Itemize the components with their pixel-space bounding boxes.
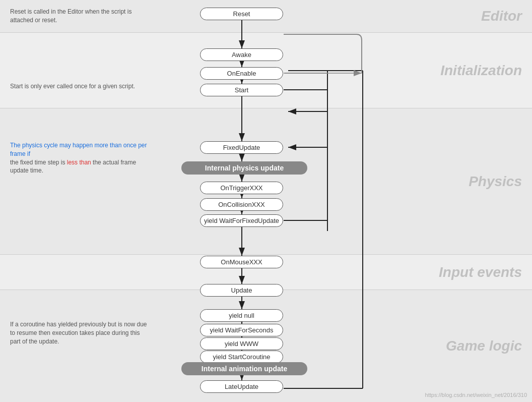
yield-www-node: yield WWW bbox=[200, 337, 283, 350]
watermark: https://blog.csdn.net/weixin_net/2016/31… bbox=[425, 392, 527, 398]
yield-waitforfixedupdate-node: yield WaitForFixedUpdate bbox=[200, 214, 283, 227]
onmouse-node: OnMouseXXX bbox=[200, 256, 283, 268]
internal-physics-node: Internal physics update bbox=[181, 161, 307, 175]
awake-node: Awake bbox=[200, 48, 283, 61]
onenable-node: OnEnable bbox=[200, 67, 283, 80]
diagram: Reset Awake OnEnable Start FixedUpdate I… bbox=[0, 0, 532, 402]
main-container: Editor Initialization Physics Input even… bbox=[0, 0, 532, 402]
yield-startcoroutine-node: yield StartCoroutine bbox=[200, 351, 283, 363]
start-node: Start bbox=[200, 84, 283, 96]
internal-animation-node: Internal animation update bbox=[181, 362, 307, 375]
reset-node: Reset bbox=[200, 8, 283, 20]
ontrigger-node: OnTriggerXXX bbox=[200, 182, 283, 194]
yield-waitforseconds-node: yield WaitForSeconds bbox=[200, 324, 283, 336]
oncollision-node: OnCollisionXXX bbox=[200, 198, 283, 211]
yield-null-node: yield null bbox=[200, 309, 283, 322]
lateupdate-node: LateUpdate bbox=[200, 380, 283, 393]
fixedupdate-node: FixedUpdate bbox=[200, 141, 283, 154]
update-node: Update bbox=[200, 284, 283, 297]
